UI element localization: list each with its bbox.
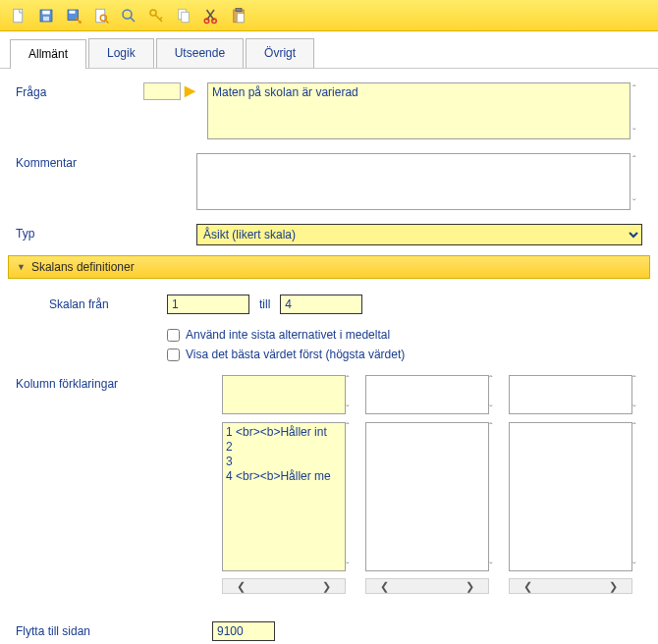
scroll-indicator: ˆˇ xyxy=(632,422,642,571)
kol2-hscroll[interactable]: ❮❯ xyxy=(365,578,489,594)
row-cb2: Visa det bästa värdet först (högsta värd… xyxy=(167,348,642,361)
tab-allmant[interactable]: Allmänt xyxy=(10,39,86,69)
kolumn-col-2: ˆˇ ˆˇ ❮❯ xyxy=(365,375,499,594)
list-item[interactable]: 4 <br><b>Håller me xyxy=(226,469,342,484)
scroll-indicator: ˆˇ xyxy=(631,153,642,210)
save-icon[interactable] xyxy=(33,3,59,28)
svg-point-12 xyxy=(150,10,156,16)
kol1-header-input[interactable] xyxy=(222,375,346,414)
svg-rect-5 xyxy=(70,10,76,13)
label-kolumn: Kolumn förklaringar xyxy=(16,375,222,391)
preview-icon[interactable] xyxy=(88,3,114,28)
chevron-left-icon: ❮ xyxy=(523,580,532,593)
toolbar xyxy=(0,0,658,31)
row-cb1: Använd inte sista alternativet i medelta… xyxy=(167,328,642,342)
kolumn-col-3: ˆˇ ˆˇ ❮❯ xyxy=(509,375,642,594)
expander-skalans-definitioner[interactable]: ▼ Skalans definitioner xyxy=(8,255,650,279)
chevron-right-icon: ❯ xyxy=(609,580,618,593)
row-typ: Typ Åsikt (likert skala) xyxy=(16,224,642,245)
row-flytta: Flytta till sidan xyxy=(16,621,642,641)
label-fraga: Fråga xyxy=(16,82,143,99)
typ-select[interactable]: Åsikt (likert skala) xyxy=(196,224,642,245)
checkbox-anvand-inte[interactable] xyxy=(167,329,180,342)
label-typ: Typ xyxy=(16,224,143,241)
arrow-icon: ▶ xyxy=(185,82,195,98)
chevron-right-icon: ❯ xyxy=(466,580,474,593)
svg-line-14 xyxy=(160,17,162,19)
label-cb1: Använd inte sista alternativet i medelta… xyxy=(186,328,390,342)
expander-title: Skalans definitioner xyxy=(31,260,135,274)
scroll-indicator: ˆˇ xyxy=(346,375,356,414)
scroll-indicator: ˆˇ xyxy=(632,375,642,414)
content-panel: Fråga ▶ Maten på skolan är varierad ˆˇ K… xyxy=(0,69,658,644)
label-kommentar: Kommentar xyxy=(16,153,143,170)
row-kommentar: Kommentar ˆˇ xyxy=(16,153,642,210)
svg-point-20 xyxy=(212,19,217,24)
kolumn-columns: ˆˇ 1 <br><b>Håller int 2 3 4 <br><b>Håll… xyxy=(222,375,642,594)
flytta-input[interactable] xyxy=(212,621,275,641)
kol3-header-input[interactable] xyxy=(509,375,632,414)
svg-line-11 xyxy=(131,17,136,22)
kol2-header-input[interactable] xyxy=(365,375,489,414)
kol3-listbox[interactable] xyxy=(509,422,632,571)
tab-bar: Allmänt Logik Utseende Övrigt xyxy=(0,31,658,69)
label-skalan-fran: Skalan från xyxy=(49,297,167,311)
checkbox-visa-basta[interactable] xyxy=(167,349,180,361)
svg-rect-3 xyxy=(43,16,49,21)
list-item[interactable]: 2 xyxy=(226,440,342,455)
kol3-hscroll[interactable]: ❮❯ xyxy=(509,578,632,594)
scroll-indicator: ˆˇ xyxy=(631,82,642,139)
kommentar-input[interactable] xyxy=(196,153,631,210)
row-kolumn: Kolumn förklaringar ˆˇ 1 <br><b>Håller i… xyxy=(16,375,642,594)
svg-rect-22 xyxy=(236,8,242,11)
svg-point-19 xyxy=(204,19,209,24)
cut-icon[interactable] xyxy=(198,3,224,28)
svg-rect-0 xyxy=(14,9,23,23)
skala-from-input[interactable] xyxy=(167,295,249,314)
chevron-right-icon: ❯ xyxy=(322,580,331,593)
svg-rect-2 xyxy=(42,10,50,14)
chevron-left-icon: ❮ xyxy=(237,580,246,593)
new-icon[interactable] xyxy=(6,3,31,28)
svg-line-9 xyxy=(106,20,109,23)
label-flytta: Flytta till sidan xyxy=(16,624,212,638)
tab-logik[interactable]: Logik xyxy=(88,38,154,68)
scroll-indicator: ˆˇ xyxy=(489,375,499,414)
paste-icon[interactable] xyxy=(226,3,251,28)
zoom-icon[interactable] xyxy=(116,3,141,28)
scroll-indicator: ˆˇ xyxy=(489,422,499,571)
svg-rect-16 xyxy=(182,12,190,23)
tab-ovrigt[interactable]: Övrigt xyxy=(246,38,314,68)
list-item[interactable]: 1 <br><b>Håller int xyxy=(226,425,342,440)
fraga-input[interactable]: Maten på skolan är varierad xyxy=(207,82,631,139)
kol1-hscroll[interactable]: ❮❯ xyxy=(222,578,346,594)
list-item[interactable]: 3 xyxy=(226,455,342,469)
copy-icon[interactable] xyxy=(171,3,196,28)
row-skalan: Skalan från till xyxy=(49,295,642,314)
label-cb2: Visa det bästa värdet först (högsta värd… xyxy=(186,348,405,361)
kol1-listbox[interactable]: 1 <br><b>Håller int 2 3 4 <br><b>Håller … xyxy=(222,422,346,571)
kol2-listbox[interactable] xyxy=(365,422,489,571)
scroll-indicator: ˆˇ xyxy=(346,422,356,571)
save-as-icon[interactable] xyxy=(61,3,86,28)
chevron-down-icon: ▼ xyxy=(17,262,26,272)
skala-to-input[interactable] xyxy=(280,295,362,314)
key-icon[interactable] xyxy=(143,3,169,28)
tab-utseende[interactable]: Utseende xyxy=(156,38,244,68)
indicator-box xyxy=(143,82,181,100)
chevron-left-icon: ❮ xyxy=(380,580,389,593)
label-till: till xyxy=(259,297,270,311)
row-fraga: Fråga ▶ Maten på skolan är varierad ˆˇ xyxy=(16,82,642,139)
kolumn-col-1: ˆˇ 1 <br><b>Håller int 2 3 4 <br><b>Håll… xyxy=(222,375,356,594)
svg-rect-23 xyxy=(238,13,245,22)
